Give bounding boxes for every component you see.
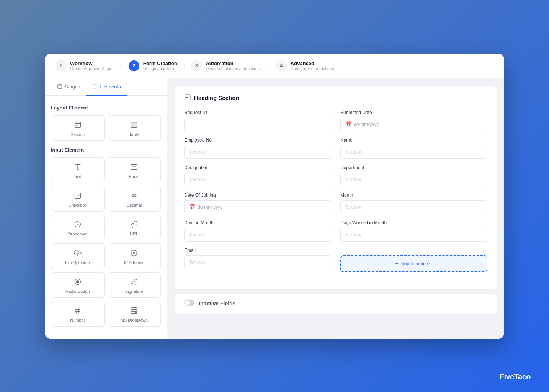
days-in-month-label: Days in Month	[184, 220, 331, 225]
submitted-date-input[interactable]: 📅 dd-mm-yyyy	[340, 118, 487, 131]
calendar-icon-submitted: 📅	[345, 121, 351, 127]
department-label: Department	[340, 165, 487, 170]
field-department: Department Textbox	[340, 165, 487, 186]
tab-stages-label: Stages	[65, 84, 80, 90]
date-of-joining-placeholder: dd-mm-yyyy	[198, 204, 222, 210]
element-ms-dropdown[interactable]: MS DropDown	[108, 301, 161, 327]
section-label: Section	[70, 132, 85, 137]
department-input[interactable]: Textbox	[340, 173, 487, 186]
step-arrow-1: ›	[121, 63, 123, 69]
request-id-input[interactable]	[184, 118, 331, 131]
tab-elements[interactable]: Elements	[86, 78, 127, 96]
svg-rect-31	[131, 307, 137, 313]
text-icon	[74, 163, 82, 172]
section-title: Heading Section	[194, 95, 239, 101]
days-worked-placeholder: Textbox	[345, 232, 361, 237]
step-1-info: Workflow Create Approval Stages	[70, 60, 114, 71]
element-dropdown[interactable]: Dropdown	[51, 215, 105, 240]
date-of-joining-input[interactable]: 📅 dd-mm-yyyy	[184, 200, 331, 214]
field-designation: Designation Textbox	[184, 165, 331, 186]
step-3-number: 3	[191, 60, 202, 71]
text-label: Text	[74, 174, 82, 179]
svg-point-19	[75, 221, 80, 227]
email-icon	[130, 163, 138, 172]
checkbox-label: Checkbox	[68, 203, 87, 207]
svg-point-26	[76, 280, 79, 283]
field-name: Name Textbox	[340, 137, 487, 159]
checkbox-icon	[74, 192, 82, 201]
step-4-subtitle: Configure more actions.	[291, 66, 335, 71]
designation-input[interactable]: Textbox	[184, 173, 331, 186]
field-employee-no: Employee No Textbox	[184, 137, 331, 159]
svg-point-22	[133, 252, 135, 254]
element-signature[interactable]: Signature	[108, 272, 161, 298]
field-submitted-date: Submitted Date 📅 dd-mm-yyyy	[340, 110, 487, 131]
sidebar: Stages Elements Layout Element	[45, 78, 167, 339]
element-number[interactable]: Number	[51, 301, 105, 327]
step-4[interactable]: 4 Advanced Configure more actions.	[276, 60, 335, 71]
step-2[interactable]: 2 Form Creation Design your form	[129, 60, 177, 71]
month-placeholder: Textbox	[345, 204, 361, 210]
form-row-4: Date Of Joining 📅 dd-mm-yyyy Month Textb…	[184, 193, 487, 214]
days-worked-label: Days Worked in Month	[340, 220, 487, 225]
input-element-grid: Text Email	[51, 157, 161, 327]
element-file-uploader[interactable]: File Uploader	[51, 243, 105, 269]
section-icon	[74, 121, 82, 130]
stages-icon	[57, 84, 62, 89]
employee-no-input[interactable]: Textbox	[184, 145, 331, 159]
field-month: Month Textbox	[340, 193, 487, 214]
request-id-label: Request ID	[184, 110, 331, 115]
element-url[interactable]: URL	[108, 215, 161, 240]
calendar-icon-joining: 📅	[189, 204, 195, 210]
step-4-info: Advanced Configure more actions.	[291, 60, 335, 71]
element-checkbox[interactable]: Checkbox	[51, 186, 105, 212]
inactive-section: Inactive Fields	[175, 294, 497, 314]
decimal-icon	[130, 192, 138, 201]
step-1[interactable]: 1 Workflow Create Approval Stages	[56, 60, 114, 71]
employee-no-label: Employee No	[184, 137, 331, 143]
step-3[interactable]: 3 Automation Define conditions and actio…	[191, 60, 262, 71]
field-request-id: Request ID	[184, 110, 331, 131]
days-worked-input[interactable]: Textbox	[340, 228, 487, 242]
step-3-title: Automation	[206, 60, 262, 66]
toggle-icon[interactable]	[184, 300, 195, 308]
stepper: 1 Workflow Create Approval Stages › 2 Fo…	[45, 54, 504, 78]
element-email[interactable]: Email	[108, 157, 161, 183]
url-icon	[130, 220, 138, 229]
element-decimal[interactable]: Decimal	[108, 186, 161, 212]
month-input[interactable]: Textbox	[340, 200, 487, 214]
svg-rect-16	[75, 193, 80, 198]
field-date-of-joining: Date Of Joining 📅 dd-mm-yyyy	[184, 193, 331, 214]
designation-label: Designation	[184, 165, 331, 170]
svg-point-18	[134, 194, 136, 196]
step-3-info: Automation Define conditions and actions…	[206, 60, 262, 71]
ms-dropdown-icon	[130, 307, 138, 315]
layout-element-grid: Section Table	[51, 115, 161, 141]
days-in-month-input[interactable]: Textbox	[184, 228, 331, 242]
element-table[interactable]: Table	[108, 115, 161, 141]
url-label: URL	[130, 232, 138, 236]
email-field-input[interactable]: Textbox	[184, 255, 331, 269]
name-input[interactable]: Textbox	[340, 145, 487, 159]
heading-section: Heading Section Request ID Submitted Dat…	[175, 86, 497, 289]
email-label: Email	[129, 174, 139, 179]
element-radio-button[interactable]: Radio Button	[51, 272, 105, 298]
tab-stages[interactable]: Stages	[51, 78, 86, 96]
svg-point-17	[132, 194, 134, 196]
designation-placeholder: Textbox	[189, 177, 205, 182]
elements-icon	[92, 84, 98, 89]
input-section-title: Input Element	[51, 147, 161, 153]
submitted-date-label: Submitted Date	[340, 110, 487, 115]
drop-target[interactable]: + Drop item here..	[340, 255, 487, 272]
sidebar-content: Layout Element Section	[45, 96, 167, 339]
element-section[interactable]: Section	[51, 115, 105, 141]
section-header: Heading Section	[184, 94, 487, 102]
email-field-placeholder: Textbox	[189, 260, 205, 265]
step-1-subtitle: Create Approval Stages	[70, 66, 114, 71]
step-2-title: Form Creation	[143, 60, 177, 66]
inactive-label: Inactive Fields	[199, 301, 235, 307]
element-ip-address[interactable]: IP Address	[108, 243, 161, 269]
form-row-1: Request ID Submitted Date 📅 dd-mm-yyyy	[184, 110, 487, 131]
step-arrow-2: ›	[183, 63, 185, 69]
element-text[interactable]: Text	[51, 157, 105, 183]
